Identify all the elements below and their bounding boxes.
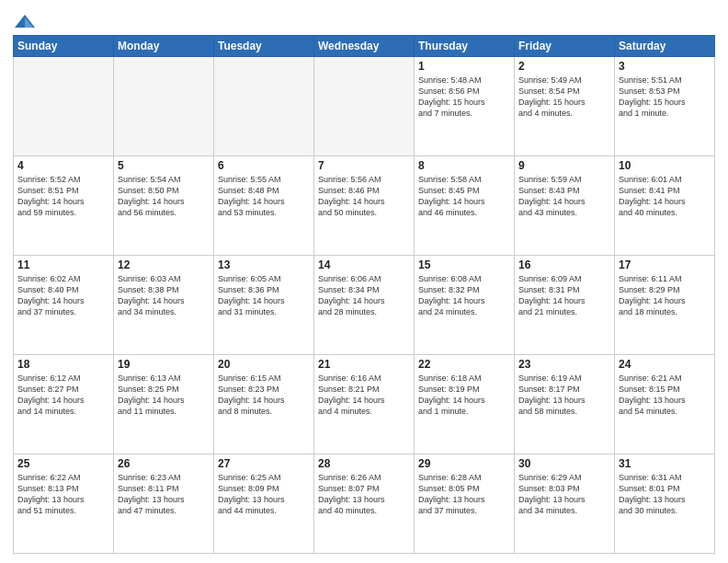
- day-info: Sunrise: 6:06 AM Sunset: 8:34 PM Dayligh…: [318, 273, 410, 318]
- day-info: Sunrise: 6:08 AM Sunset: 8:32 PM Dayligh…: [418, 273, 510, 318]
- day-info: Sunrise: 6:29 AM Sunset: 8:03 PM Dayligh…: [518, 472, 610, 517]
- calendar-cell: 16Sunrise: 6:09 AM Sunset: 8:31 PM Dayli…: [515, 256, 615, 355]
- weekday-header: Tuesday: [214, 36, 314, 57]
- calendar-cell: [214, 57, 314, 156]
- page: SundayMondayTuesdayWednesdayThursdayFrid…: [0, 0, 728, 563]
- day-number: 23: [518, 358, 610, 371]
- day-number: 22: [418, 358, 510, 371]
- day-info: Sunrise: 6:19 AM Sunset: 8:17 PM Dayligh…: [518, 373, 610, 418]
- calendar-cell: 8Sunrise: 5:58 AM Sunset: 8:45 PM Daylig…: [415, 156, 515, 256]
- calendar-cell: 21Sunrise: 6:16 AM Sunset: 8:21 PM Dayli…: [314, 355, 415, 454]
- day-info: Sunrise: 5:48 AM Sunset: 8:56 PM Dayligh…: [418, 75, 510, 120]
- day-info: Sunrise: 6:21 AM Sunset: 8:15 PM Dayligh…: [619, 373, 711, 418]
- calendar-cell: 5Sunrise: 5:54 AM Sunset: 8:50 PM Daylig…: [114, 156, 214, 256]
- day-info: Sunrise: 5:55 AM Sunset: 8:48 PM Dayligh…: [218, 174, 310, 219]
- calendar-cell: 31Sunrise: 6:31 AM Sunset: 8:01 PM Dayli…: [615, 454, 715, 554]
- day-info: Sunrise: 6:23 AM Sunset: 8:11 PM Dayligh…: [118, 472, 210, 517]
- day-number: 27: [218, 457, 310, 470]
- calendar-week-row: 1Sunrise: 5:48 AM Sunset: 8:56 PM Daylig…: [14, 57, 715, 156]
- calendar-cell: 4Sunrise: 5:52 AM Sunset: 8:51 PM Daylig…: [14, 156, 114, 256]
- calendar-cell: [314, 57, 415, 156]
- day-number: 15: [418, 259, 510, 271]
- day-number: 14: [318, 259, 410, 271]
- calendar-cell: 27Sunrise: 6:25 AM Sunset: 8:09 PM Dayli…: [214, 454, 314, 554]
- day-number: 9: [518, 159, 610, 172]
- calendar-cell: 23Sunrise: 6:19 AM Sunset: 8:17 PM Dayli…: [515, 355, 615, 454]
- day-info: Sunrise: 5:52 AM Sunset: 8:51 PM Dayligh…: [17, 174, 109, 219]
- weekday-header: Monday: [114, 36, 214, 57]
- calendar-cell: 9Sunrise: 5:59 AM Sunset: 8:43 PM Daylig…: [515, 156, 615, 256]
- day-info: Sunrise: 6:02 AM Sunset: 8:40 PM Dayligh…: [17, 273, 109, 318]
- weekday-header: Wednesday: [314, 36, 415, 57]
- day-number: 10: [619, 159, 711, 172]
- day-number: 16: [518, 259, 610, 271]
- day-number: 24: [619, 358, 711, 371]
- day-number: 5: [118, 159, 210, 172]
- calendar-cell: 15Sunrise: 6:08 AM Sunset: 8:32 PM Dayli…: [415, 256, 515, 355]
- calendar-cell: 25Sunrise: 6:22 AM Sunset: 8:13 PM Dayli…: [14, 454, 114, 554]
- day-number: 6: [218, 159, 310, 172]
- day-number: 7: [318, 159, 410, 172]
- day-number: 12: [118, 259, 210, 271]
- day-info: Sunrise: 5:56 AM Sunset: 8:46 PM Dayligh…: [318, 174, 410, 219]
- calendar-cell: 29Sunrise: 6:28 AM Sunset: 8:05 PM Dayli…: [415, 454, 515, 554]
- day-number: 21: [318, 358, 410, 371]
- day-info: Sunrise: 6:25 AM Sunset: 8:09 PM Dayligh…: [218, 472, 310, 517]
- calendar-cell: 1Sunrise: 5:48 AM Sunset: 8:56 PM Daylig…: [415, 57, 515, 156]
- day-info: Sunrise: 5:54 AM Sunset: 8:50 PM Dayligh…: [118, 174, 210, 219]
- day-info: Sunrise: 5:59 AM Sunset: 8:43 PM Dayligh…: [518, 174, 610, 219]
- calendar-cell: 13Sunrise: 6:05 AM Sunset: 8:36 PM Dayli…: [214, 256, 314, 355]
- day-info: Sunrise: 6:05 AM Sunset: 8:36 PM Dayligh…: [218, 273, 310, 318]
- calendar-cell: 19Sunrise: 6:13 AM Sunset: 8:25 PM Dayli…: [114, 355, 214, 454]
- calendar-table: SundayMondayTuesdayWednesdayThursdayFrid…: [13, 35, 715, 554]
- weekday-header: Thursday: [415, 36, 515, 57]
- day-number: 30: [518, 457, 610, 470]
- day-number: 4: [17, 159, 109, 172]
- day-number: 17: [619, 259, 711, 271]
- calendar-header-row: SundayMondayTuesdayWednesdayThursdayFrid…: [14, 36, 715, 57]
- calendar-cell: 26Sunrise: 6:23 AM Sunset: 8:11 PM Dayli…: [114, 454, 214, 554]
- logo-text: [13, 13, 35, 29]
- day-number: 13: [218, 259, 310, 271]
- calendar-cell: [14, 57, 114, 156]
- day-number: 8: [418, 159, 510, 172]
- day-number: 3: [619, 60, 711, 73]
- day-number: 25: [17, 457, 109, 470]
- day-info: Sunrise: 6:18 AM Sunset: 8:19 PM Dayligh…: [418, 373, 510, 418]
- weekday-header: Sunday: [14, 36, 114, 57]
- day-info: Sunrise: 6:28 AM Sunset: 8:05 PM Dayligh…: [418, 472, 510, 517]
- day-info: Sunrise: 6:22 AM Sunset: 8:13 PM Dayligh…: [17, 472, 109, 517]
- logo-icon: [15, 13, 35, 29]
- calendar-cell: 28Sunrise: 6:26 AM Sunset: 8:07 PM Dayli…: [314, 454, 415, 554]
- calendar-cell: [114, 57, 214, 156]
- calendar-cell: 22Sunrise: 6:18 AM Sunset: 8:19 PM Dayli…: [415, 355, 515, 454]
- calendar-week-row: 18Sunrise: 6:12 AM Sunset: 8:27 PM Dayli…: [14, 355, 715, 454]
- day-info: Sunrise: 6:26 AM Sunset: 8:07 PM Dayligh…: [318, 472, 410, 517]
- day-number: 29: [418, 457, 510, 470]
- day-info: Sunrise: 6:11 AM Sunset: 8:29 PM Dayligh…: [619, 273, 711, 318]
- header: [13, 9, 715, 29]
- day-info: Sunrise: 5:51 AM Sunset: 8:53 PM Dayligh…: [619, 75, 711, 120]
- day-info: Sunrise: 6:09 AM Sunset: 8:31 PM Dayligh…: [518, 273, 610, 318]
- day-number: 11: [17, 259, 109, 271]
- day-info: Sunrise: 6:01 AM Sunset: 8:41 PM Dayligh…: [619, 174, 711, 219]
- calendar-week-row: 4Sunrise: 5:52 AM Sunset: 8:51 PM Daylig…: [14, 156, 715, 256]
- calendar-cell: 30Sunrise: 6:29 AM Sunset: 8:03 PM Dayli…: [515, 454, 615, 554]
- day-info: Sunrise: 6:15 AM Sunset: 8:23 PM Dayligh…: [218, 373, 310, 418]
- day-number: 28: [318, 457, 410, 470]
- calendar-cell: 14Sunrise: 6:06 AM Sunset: 8:34 PM Dayli…: [314, 256, 415, 355]
- calendar-cell: 7Sunrise: 5:56 AM Sunset: 8:46 PM Daylig…: [314, 156, 415, 256]
- day-number: 31: [619, 457, 711, 470]
- day-info: Sunrise: 6:03 AM Sunset: 8:38 PM Dayligh…: [118, 273, 210, 318]
- day-info: Sunrise: 6:31 AM Sunset: 8:01 PM Dayligh…: [619, 472, 711, 517]
- calendar-cell: 24Sunrise: 6:21 AM Sunset: 8:15 PM Dayli…: [615, 355, 715, 454]
- weekday-header: Saturday: [615, 36, 715, 57]
- day-info: Sunrise: 6:13 AM Sunset: 8:25 PM Dayligh…: [118, 373, 210, 418]
- calendar-cell: 17Sunrise: 6:11 AM Sunset: 8:29 PM Dayli…: [615, 256, 715, 355]
- calendar-week-row: 25Sunrise: 6:22 AM Sunset: 8:13 PM Dayli…: [14, 454, 715, 554]
- calendar-cell: 2Sunrise: 5:49 AM Sunset: 8:54 PM Daylig…: [515, 57, 615, 156]
- calendar-cell: 10Sunrise: 6:01 AM Sunset: 8:41 PM Dayli…: [615, 156, 715, 256]
- day-number: 2: [518, 60, 610, 73]
- calendar-week-row: 11Sunrise: 6:02 AM Sunset: 8:40 PM Dayli…: [14, 256, 715, 355]
- weekday-header: Friday: [515, 36, 615, 57]
